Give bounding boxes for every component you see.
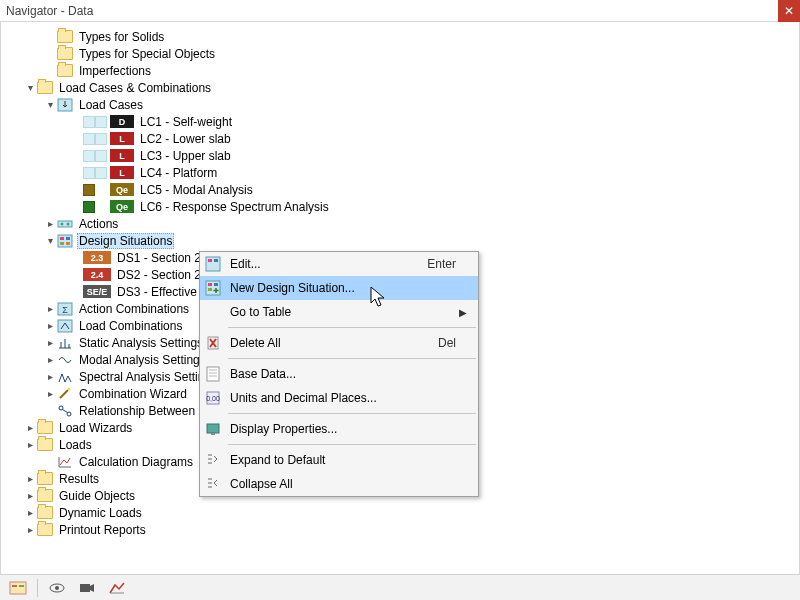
- menu-item-units[interactable]: 0,00 Units and Decimal Places...: [200, 386, 478, 410]
- tree-label: Types for Special Objects: [77, 47, 217, 61]
- menu-item-go-to-table[interactable]: Go to Table ▶: [200, 300, 478, 324]
- eye-icon: [48, 580, 66, 596]
- svg-point-12: [68, 387, 71, 390]
- tree-label: LC5 - Modal Analysis: [138, 183, 255, 197]
- svg-rect-4: [58, 235, 72, 247]
- expand-icon[interactable]: ▸: [23, 524, 37, 535]
- tree-label: Dynamic Loads: [57, 506, 144, 520]
- menu-item-new-design-situation[interactable]: New Design Situation...: [200, 276, 478, 300]
- tree-label: Load Combinations: [77, 319, 184, 333]
- folder-icon: [57, 64, 73, 77]
- relationship-icon: [57, 404, 73, 418]
- svg-rect-11: [58, 320, 72, 332]
- action-combinations-icon: Σ: [57, 302, 73, 316]
- camera-icon: [78, 580, 96, 596]
- expand-all-icon: [200, 452, 226, 468]
- svg-rect-29: [207, 424, 219, 433]
- toolbar-btn-results[interactable]: [103, 577, 131, 599]
- units-icon: 0,00: [200, 390, 226, 406]
- close-button[interactable]: ✕: [778, 0, 800, 22]
- tree-label: LC6 - Response Spectrum Analysis: [138, 200, 331, 214]
- expand-icon[interactable]: ▸: [43, 354, 57, 365]
- tree-label: Imperfections: [77, 64, 153, 78]
- svg-rect-31: [10, 582, 26, 594]
- folder-icon: [37, 506, 53, 519]
- tree-label: Load Cases: [77, 98, 145, 112]
- tree-item-printout-reports[interactable]: ▸ Printout Reports: [1, 521, 799, 538]
- collapse-icon[interactable]: ▾: [23, 82, 37, 93]
- svg-rect-33: [19, 585, 24, 587]
- svg-rect-30: [211, 433, 215, 435]
- tree-label: Types for Solids: [77, 30, 166, 44]
- menu-item-delete-all[interactable]: Delete All Del: [200, 331, 478, 355]
- expand-icon[interactable]: ▸: [23, 422, 37, 433]
- tree-label: LC4 - Platform: [138, 166, 219, 180]
- expand-icon[interactable]: ▸: [23, 473, 37, 484]
- menu-separator: [228, 327, 476, 328]
- tree-item-dynamic-loads[interactable]: ▸ Dynamic Loads: [1, 504, 799, 521]
- diagram-icon: [57, 455, 73, 469]
- svg-rect-7: [60, 242, 64, 245]
- tree-item-types-special[interactable]: ▶ Types for Special Objects: [1, 45, 799, 62]
- collapse-icon[interactable]: ▾: [43, 235, 57, 246]
- tree-item-imperfections[interactable]: ▶ Imperfections: [1, 62, 799, 79]
- menu-item-expand[interactable]: Expand to Default: [200, 448, 478, 472]
- tree-label: LC3 - Upper slab: [138, 149, 233, 163]
- toolbar-btn-show[interactable]: [43, 577, 71, 599]
- toolbar-btn-data[interactable]: [4, 577, 32, 599]
- menu-shortcut: Enter: [402, 257, 456, 271]
- load-case-icon: [57, 98, 73, 112]
- expand-icon[interactable]: ▸: [23, 490, 37, 501]
- menu-item-edit[interactable]: Edit... Enter: [200, 252, 478, 276]
- folder-icon: [37, 81, 53, 94]
- svg-text:Σ: Σ: [62, 305, 68, 315]
- tree-label: Modal Analysis Settings: [77, 353, 208, 367]
- context-menu: Edit... Enter New Design Situation... Go…: [199, 251, 479, 497]
- tree-item-lc5[interactable]: Qe LC5 - Modal Analysis: [1, 181, 799, 198]
- modal-analysis-icon: [57, 353, 73, 367]
- tree-label: Actions: [77, 217, 120, 231]
- tree-label: Static Analysis Settings: [77, 336, 205, 350]
- svg-point-2: [61, 222, 64, 225]
- menu-label: Base Data...: [226, 367, 402, 381]
- tree-label: LC1 - Self-weight: [138, 115, 234, 129]
- expand-icon[interactable]: ▸: [43, 320, 57, 331]
- edit-icon: [200, 256, 226, 272]
- tree-item-lc6[interactable]: Qe LC6 - Response Spectrum Analysis: [1, 198, 799, 215]
- expand-icon[interactable]: ▸: [43, 303, 57, 314]
- tree-item-lc2[interactable]: L LC2 - Lower slab: [1, 130, 799, 147]
- menu-item-display-properties[interactable]: Display Properties...: [200, 417, 478, 441]
- tree-item-load-cases[interactable]: ▾ Load Cases: [1, 96, 799, 113]
- tree-item-load-cases-combos[interactable]: ▾ Load Cases & Combinations: [1, 79, 799, 96]
- folder-icon: [57, 30, 73, 43]
- collapse-icon[interactable]: ▾: [43, 99, 57, 110]
- title-bar: Navigator - Data ✕: [0, 0, 800, 22]
- menu-label: Display Properties...: [226, 422, 402, 436]
- folder-icon: [37, 472, 53, 485]
- expand-icon[interactable]: ▸: [43, 218, 57, 229]
- tree-label: Load Wizards: [57, 421, 134, 435]
- menu-item-collapse[interactable]: Collapse All: [200, 472, 478, 496]
- tree-item-lc1[interactable]: D LC1 - Self-weight: [1, 113, 799, 130]
- toolbar-separator: [37, 579, 38, 597]
- tree-item-lc4[interactable]: L LC4 - Platform: [1, 164, 799, 181]
- tree-item-design-situations[interactable]: ▾ Design Situations: [1, 232, 799, 249]
- expand-icon[interactable]: ▸: [23, 439, 37, 450]
- tree-label: Printout Reports: [57, 523, 148, 537]
- static-analysis-icon: [57, 336, 73, 350]
- tree-item-lc3[interactable]: L LC3 - Upper slab: [1, 147, 799, 164]
- tree-item-types-solids[interactable]: ▶ Types for Solids: [1, 28, 799, 45]
- menu-label: Edit...: [226, 257, 402, 271]
- tree-label: Guide Objects: [57, 489, 137, 503]
- expand-icon[interactable]: ▸: [43, 388, 57, 399]
- expand-icon[interactable]: ▸: [23, 507, 37, 518]
- menu-item-base-data[interactable]: Base Data...: [200, 362, 478, 386]
- expand-icon[interactable]: ▸: [43, 371, 57, 382]
- expand-icon[interactable]: ▸: [43, 337, 57, 348]
- toolbar-btn-views[interactable]: [73, 577, 101, 599]
- menu-label: Go to Table: [226, 305, 402, 319]
- tree-item-actions[interactable]: ▸ Actions: [1, 215, 799, 232]
- design-situations-icon: [57, 234, 73, 248]
- results-icon: [108, 580, 126, 596]
- menu-separator: [228, 413, 476, 414]
